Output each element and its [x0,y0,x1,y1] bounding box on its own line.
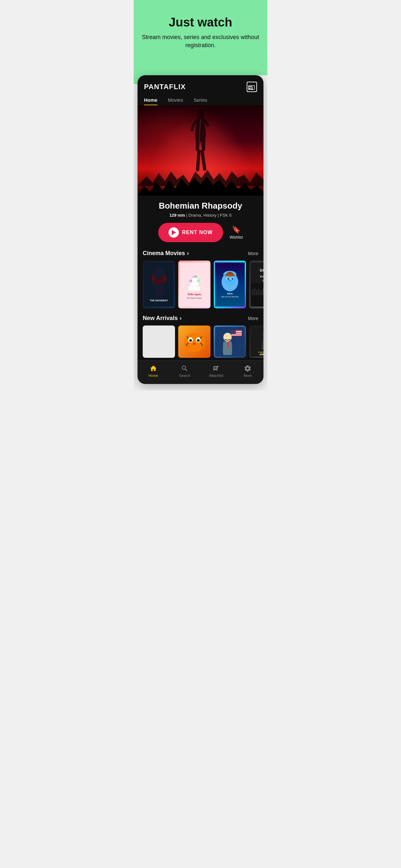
svg-text:6 OSCAR® NOM.: 6 OSCAR® NOM. [258,351,264,353]
svg-point-7 [153,269,164,281]
app-container: PANTAFLIX Home Movies Series [137,75,264,384]
raya-artwork: RAYA DER LETZTE DRACHE [215,260,245,308]
tab-movies[interactable]: Movies [168,95,183,105]
svg-rect-11 [190,282,199,286]
svg-text:DER LETZTE DRACHE: DER LETZTE DRACHE [221,296,239,298]
top-header: Just watch Stream movies, series and exc… [134,0,267,75]
arrival-card-1[interactable] [143,326,175,358]
svg-point-24 [227,278,229,280]
svg-rect-12 [191,278,197,282]
bottom-nav-watchlist-label: Watchlist [209,374,223,377]
borat-artwork [215,326,245,358]
cast-icon[interactable] [247,82,257,92]
svg-point-15 [189,280,192,283]
svg-rect-62 [232,335,242,336]
new-arrivals-row: 6 OSCAR® NOM. JAMES F. 12 [137,326,264,358]
svg-point-1 [248,89,249,90]
arrival-card-tiger[interactable] [178,326,211,358]
svg-text:Ein Tag für immer: Ein Tag für immer [187,298,202,299]
movie-duration: 129 min [169,213,185,218]
new-arrivals-chevron-icon: › [180,315,181,321]
bottom-nav: Home Search Watchlist More [137,361,264,384]
bottom-nav-search-label: Search [179,374,190,377]
new-arrivals-section-title: New Arrivals › [143,315,181,321]
cinema-title-text: Cinema Movies [143,250,185,257]
crowd-hands-svg [137,170,264,186]
hello-again-artwork: Hello Again Ein Tag für immer [180,260,209,308]
play-triangle [172,230,176,235]
movie-card-hello-again[interactable]: Hello Again Ein Tag für immer [178,260,211,308]
cinema-section-header: Cinema Movies › More [137,250,264,257]
movie-card-das[interactable]: DAS N. EVANGE- LIUM [249,260,264,308]
movie-card-raya[interactable]: RAYA DER LETZTE DRACHE [214,260,246,308]
svg-rect-36 [258,289,259,295]
svg-rect-63 [232,330,236,334]
tiger-artwork [180,326,209,358]
performer-svg [189,108,212,173]
svg-point-13 [192,276,195,278]
svg-point-14 [195,275,197,278]
svg-text:JAMES F. 12: JAMES F. 12 [259,353,264,356]
svg-rect-35 [256,290,257,296]
new-arrivals-more-button[interactable]: More [248,316,258,321]
app-logo: PANTAFLIX [144,83,186,91]
tab-home[interactable]: Home [144,95,158,105]
svg-text:Hello Again: Hello Again [188,293,201,296]
bottom-nav-home-label: Home [149,374,158,377]
svg-rect-0 [249,86,254,89]
svg-point-51 [184,333,205,352]
movie-card-das-inner: DAS N. EVANGE- LIUM [249,260,264,308]
new-arrivals-section-header: New Arrivals › More [137,315,264,321]
svg-point-57 [197,340,199,342]
movie-genre: | Drama, History | FSK 6 [186,213,232,218]
bottom-nav-home[interactable]: Home [137,365,169,377]
action-row: RENT NOW 🔖 Wishlist [137,223,264,242]
cinema-chevron-icon: › [187,250,189,257]
arrival-card-james-inner: 6 OSCAR® NOM. JAMES F. 12 [249,326,264,358]
bottom-nav-watchlist[interactable]: Watchlist [201,365,232,377]
bottom-nav-more-label: More [244,374,252,377]
svg-rect-37 [260,291,261,296]
movie-meta: 129 min | Drama, History | FSK 6 [144,213,257,218]
svg-point-26 [228,280,231,282]
svg-point-25 [232,278,234,280]
svg-text:LIUM: LIUM [263,279,264,282]
arrival-card-1-inner [143,326,175,358]
movie-card-dissident[interactable]: THE DISSIDENT [143,260,175,308]
wishlist-icon: 🔖 [232,225,241,234]
wishlist-button[interactable]: 🔖 Wishlist [229,225,243,240]
movie-info: Bohemian Rhapsody 129 min | Drama, Histo… [137,196,264,218]
svg-rect-34 [254,288,255,295]
svg-text:THE DISSIDENT: THE DISSIDENT [150,299,168,302]
svg-point-2 [197,110,204,119]
cinema-movies-row: THE DISSIDENT Hello Ag [137,260,264,308]
arrival-card-borat[interactable] [214,326,246,358]
svg-text:RAYA: RAYA [227,293,233,295]
movie-card-raya-inner: RAYA DER LETZTE DRACHE [214,260,246,308]
svg-rect-10 [189,286,201,291]
more-icon [244,365,251,372]
rent-label: RENT NOW [182,229,213,236]
arrival-1-artwork [144,326,174,358]
rent-now-button[interactable]: RENT NOW [158,223,223,242]
performer-silhouette [189,108,212,173]
svg-rect-49 [144,327,174,356]
movie-card-dissident-inner: THE DISSIDENT [143,260,175,308]
cinema-more-button[interactable]: More [248,251,258,256]
bottom-nav-more[interactable]: More [232,365,264,377]
svg-point-56 [190,340,192,342]
svg-rect-38 [263,288,264,295]
tab-series[interactable]: Series [193,95,207,105]
watchlist-icon [212,365,220,372]
movie-title: Bohemian Rhapsody [144,201,257,211]
new-arrivals-title-text: New Arrivals [143,315,178,321]
svg-point-28 [224,274,235,276]
cast-svg [248,85,255,90]
dissident-artwork: THE DISSIDENT [144,260,174,308]
bottom-nav-search[interactable]: Search [169,365,201,377]
arrival-card-james[interactable]: 6 OSCAR® NOM. JAMES F. 12 [249,326,264,358]
app-topbar: PANTAFLIX [137,75,264,95]
home-icon [150,365,157,372]
arrival-card-tiger-inner [178,326,211,358]
svg-text:EVANGE-: EVANGE- [260,275,264,278]
